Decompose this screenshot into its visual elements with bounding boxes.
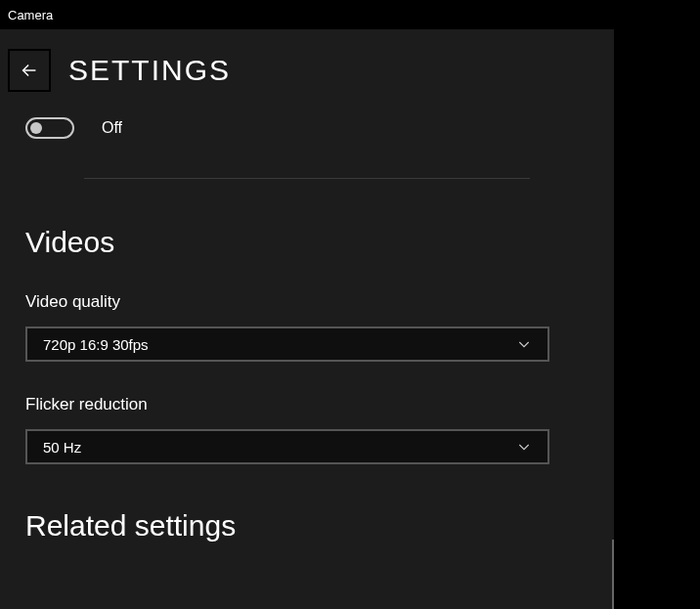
related-settings-title: Related settings [25,509,614,543]
video-quality-field: Video quality 720p 16:9 30fps [25,292,614,362]
toggle-knob [30,122,42,134]
video-quality-select[interactable]: 720p 16:9 30fps [25,326,549,362]
back-button[interactable] [8,49,51,92]
flicker-reduction-value: 50 Hz [43,439,81,456]
toggle-switch[interactable] [25,117,74,139]
videos-section-title: Videos [25,226,614,259]
header-row: SETTINGS [0,29,614,92]
divider [84,178,530,179]
flicker-reduction-select[interactable]: 50 Hz [25,429,549,464]
page-title: SETTINGS [68,54,231,87]
toggle-row: Off [0,92,614,139]
arrow-left-icon [19,60,40,81]
chevron-down-icon [516,336,532,352]
flicker-reduction-label: Flicker reduction [25,395,614,414]
settings-panel: SETTINGS Off Videos Video quality 720p 1… [0,29,614,609]
flicker-reduction-field: Flicker reduction 50 Hz [25,395,614,464]
scrollbar-thumb[interactable] [612,540,614,609]
toggle-label: Off [102,119,122,137]
video-quality-label: Video quality [25,292,614,312]
video-quality-value: 720p 16:9 30fps [43,336,149,353]
chevron-down-icon [516,439,532,455]
app-title: Camera [8,8,53,22]
